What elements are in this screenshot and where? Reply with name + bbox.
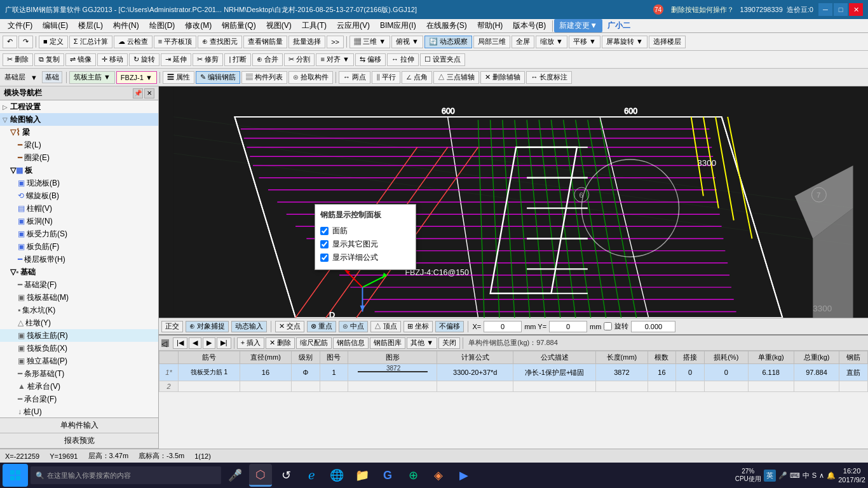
task-refresh-btn[interactable]: ↺ (275, 464, 297, 487)
face-rebar-checkbox[interactable] (320, 227, 329, 235)
task-folder-btn[interactable]: 📁 (351, 464, 374, 487)
sidebar-item-independent-foundation[interactable]: ▣ 独立基础(P) (0, 355, 158, 367)
zoom-button[interactable]: 缩放 ▼ (536, 36, 567, 48)
delete-axis-btn[interactable]: ✕ 删除辅轴 (480, 71, 525, 84)
task-g-btn[interactable]: G (376, 464, 399, 487)
extend-button[interactable]: ⇥ 延伸 (161, 53, 191, 66)
scale-rebar-btn[interactable]: 缩尺配筋 (296, 337, 332, 349)
ime-setting-icon[interactable]: S (812, 471, 817, 479)
nav-prev-btn[interactable]: ◀ (189, 337, 201, 349)
menu-component[interactable]: 构件(N) (108, 19, 144, 32)
maximize-button[interactable]: □ (834, 3, 848, 16)
coord-btn[interactable]: ⊞ 坐标 (403, 321, 433, 332)
tray-more-icon[interactable]: ∧ (819, 471, 824, 480)
table-row[interactable]: 2 (159, 381, 868, 392)
move-button[interactable]: ✛ 移动 (97, 53, 128, 66)
3d-button[interactable]: ▦ 三维 ▼ (349, 36, 390, 48)
sidebar-item-raft-neg-rebar[interactable]: ▣ 筏板负筋(X) (0, 342, 158, 355)
split-button[interactable]: ✂ 分割 (284, 53, 315, 66)
midpoint-btn[interactable]: ⊙ 中点 (339, 321, 368, 332)
fullscreen-button[interactable]: 全屏 (512, 36, 534, 48)
sidebar-item-slab-rebar-s[interactable]: ▣ 板受力筋(S) (0, 227, 158, 240)
sidebar-item-raft-main-rebar[interactable]: ▣ 筏板主筋(R) (0, 329, 158, 342)
task-app3-btn[interactable]: ▶ (452, 464, 475, 487)
length-dimension-btn[interactable]: ↔ 长度标注 (526, 71, 572, 84)
no-offset-btn[interactable]: 不偏移 (435, 321, 464, 332)
parallel-btn[interactable]: ∥ 平行 (372, 71, 400, 84)
menu-bim[interactable]: BIM应用(I) (375, 19, 421, 32)
mirror-button[interactable]: ⇌ 镜像 (65, 53, 96, 66)
single-component-input-btn[interactable]: 单构件输入 (0, 418, 158, 433)
define-button[interactable]: ■ 定义 (39, 36, 68, 48)
dynamic-input-btn[interactable]: 动态输入 (231, 321, 267, 332)
menu-modify[interactable]: 修改(M) (180, 19, 217, 32)
rebar-info-btn[interactable]: 钢筋信息 (333, 337, 369, 349)
sidebar-item-raft-foundation[interactable]: ▣ 筏板基础(M) (0, 291, 158, 304)
rotate-checkbox[interactable] (604, 322, 612, 330)
local-3d-button[interactable]: 局部三维 (473, 36, 510, 48)
task-ggj-btn[interactable]: ⬡ (249, 464, 272, 487)
set-grip-button[interactable]: ☐ 设置夹点 (420, 53, 465, 66)
sidebar-item-beam[interactable]: ━ 梁(L) (0, 139, 158, 151)
sidebar-item-column-cap[interactable]: ▤ 柱帽(V) (0, 202, 158, 215)
sidebar-group-slab[interactable]: ▽ ▦ 板 (0, 164, 158, 177)
orthogonal-btn[interactable]: 正交 (161, 321, 183, 332)
fbzj-select[interactable]: FBZJ-1 ▼ (116, 71, 157, 84)
copy-button[interactable]: ⧉ 复制 (34, 53, 64, 66)
show-formula-checkbox[interactable] (320, 254, 329, 262)
sidebar-item-cast-slab[interactable]: ▣ 现浇板(B) (0, 177, 158, 189)
sidebar-item-sump-pit[interactable]: ▪ 集水坑(K) (0, 304, 158, 316)
nav-first-btn[interactable]: |◀ (173, 337, 187, 349)
rebar-library-btn[interactable]: 钢筋图库 (370, 337, 405, 349)
insert-row-btn[interactable]: + 插入 (237, 337, 264, 349)
task-chrome-btn[interactable]: 🌐 (325, 464, 348, 487)
trim-button[interactable]: ✂ 修剪 (193, 53, 223, 66)
sidebar-item-column-pier[interactable]: △ 柱墩(Y) (0, 316, 158, 329)
menu-cloud[interactable]: 云应用(V) (332, 19, 375, 32)
sidebar-group-beam[interactable]: ▽ ⌇ 梁 (0, 126, 158, 139)
more-tools-button[interactable]: >> (327, 36, 344, 48)
mic-icon[interactable]: 🎤 (778, 471, 787, 480)
point-angle-btn[interactable]: ∠ 点角 (402, 71, 432, 84)
task-app2-btn[interactable]: ◈ (427, 464, 450, 487)
minimize-button[interactable]: ─ (818, 3, 832, 16)
notification-icon[interactable]: 🔔 (827, 471, 836, 480)
merge-button[interactable]: ⊕ 合并 (252, 53, 283, 66)
menu-version[interactable]: 版本号(B) (508, 19, 551, 32)
top-view-button[interactable]: 俯视 ▼ (391, 36, 423, 48)
menu-help[interactable]: 帮助(H) (472, 19, 508, 32)
3d-canvas[interactable]: 600 600 3300 3300 FBZJ-4:C16@150 D (159, 86, 868, 318)
sidebar-item-foundation-beam[interactable]: ━ 基础梁(F) (0, 278, 158, 291)
rotate-button[interactable]: ↻ 旋转 (129, 53, 159, 66)
keyboard-icon[interactable]: ⌨ (790, 471, 800, 480)
find-element-button[interactable]: ⊕ 查找图元 (198, 36, 242, 48)
pick-component-btn[interactable]: ⊙ 拾取构件 (288, 71, 333, 84)
sidebar-item-cap-beam[interactable]: ━ 承台梁(F) (0, 393, 158, 405)
menu-assistant[interactable]: 广小二 (602, 19, 635, 32)
menu-tools[interactable]: 工具(T) (297, 19, 332, 32)
component-list-btn[interactable]: ▤ 构件列表 (241, 71, 287, 84)
dynamic-view-button[interactable]: 🔄 动态观察 (424, 36, 472, 48)
screen-rotate-button[interactable]: 屏幕旋转 ▼ (602, 36, 648, 48)
y-input[interactable] (549, 321, 587, 332)
main-rebar-btn[interactable]: 筑板主筋 ▼ (69, 71, 115, 84)
break-button[interactable]: | 打断 (224, 53, 251, 66)
rotate-input[interactable] (631, 321, 675, 332)
view-rebar-button[interactable]: 查看钢筋量 (243, 36, 287, 48)
pan-button[interactable]: 平移 ▼ (569, 36, 600, 48)
delete-row-btn[interactable]: ✕ 删除 (266, 337, 295, 349)
midpoint-center-btn[interactable]: ⊗ 重点 (307, 321, 336, 332)
delete-button[interactable]: ✂ 删除 (3, 53, 33, 66)
menu-online[interactable]: 在线服务(S) (421, 19, 472, 32)
menu-draw[interactable]: 绘图(D) (144, 19, 180, 32)
menu-edit[interactable]: 编辑(E) (37, 19, 73, 32)
menu-view[interactable]: 视图(V) (261, 19, 297, 32)
sidebar-item-strip-foundation[interactable]: ━ 条形基础(T) (0, 367, 158, 380)
close-button[interactable]: ✕ (849, 3, 863, 16)
select-floor-button[interactable]: 选择楼层 (649, 36, 686, 48)
task-ie-btn[interactable]: ℯ (300, 464, 323, 487)
align-button[interactable]: ≡ 对齐 ▼ (316, 53, 353, 66)
search-bar[interactable]: 🔍 在这里输入你要搜索的内容 (31, 466, 221, 484)
summary-calc-button[interactable]: Σ 汇总计算 (69, 36, 112, 48)
sidebar-item-floor-belt[interactable]: ━ 楼层板带(H) (0, 253, 158, 266)
